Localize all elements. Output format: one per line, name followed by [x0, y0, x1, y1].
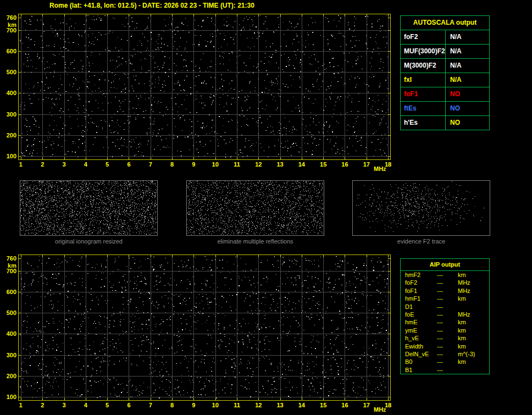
aip-row: foE---MHz — [401, 311, 489, 318]
aip-row: foF2---MHz — [401, 279, 489, 286]
aip-row: B0---km — [401, 358, 489, 366]
x-axis-tick-label: 14 — [295, 402, 308, 408]
autoscala-row: MUF(3000)F2N/A — [401, 45, 489, 59]
x-axis-tick-label: 9 — [187, 161, 200, 168]
autoscala-row: M(3000)F2N/A — [401, 59, 489, 73]
aip-param-unit: km — [458, 334, 489, 342]
autoscala-param-value: N/A — [446, 45, 489, 58]
x-axis-tick-label: 3 — [58, 161, 71, 168]
aip-param-name: DelN_vE — [401, 350, 437, 358]
x-axis-tick-label: 8 — [165, 402, 179, 408]
x-axis-tick-label: 4 — [79, 161, 92, 168]
autoscala-param-label: fxI — [401, 73, 446, 87]
aip-row: B1--- — [401, 366, 489, 374]
aip-param-name: D1 — [401, 303, 437, 311]
aip-param-value: --- — [437, 327, 458, 334]
autoscala-row: foF2N/A — [401, 30, 489, 45]
aip-param-unit: km — [458, 327, 489, 334]
aip-param-name: hmE — [401, 318, 437, 326]
aip-param-value: --- — [437, 366, 458, 374]
aip-param-unit: km — [458, 271, 489, 279]
y-axis-unit: km — [0, 21, 16, 28]
autoscala-window: Rome (lat: +41.8, lon: 012.5) - DATE: 20… — [0, 0, 532, 415]
panel-evidence-f2-canvas — [353, 181, 490, 235]
aip-param-value: --- — [437, 295, 458, 302]
x-axis-unit: MHz — [374, 165, 386, 172]
aip-param-name: hmF2 — [401, 271, 437, 279]
aip-param-name: h_vE — [401, 334, 437, 342]
aip-param-unit — [458, 366, 489, 374]
autoscala-param-label: foF2 — [401, 30, 446, 44]
aip-param-unit: m^(-3) — [458, 350, 489, 358]
autoscala-output-table: AUTOSCALA output foF2N/AMUF(3000)F2N/AM(… — [400, 15, 490, 130]
autoscala-row: h'EsNO — [401, 116, 489, 130]
x-axis-tick-label: 11 — [230, 402, 243, 408]
aip-param-value: --- — [437, 318, 458, 326]
y-axis-tick-label: 600 — [0, 48, 16, 54]
x-axis-tick-label: 2 — [36, 161, 49, 168]
autoscala-param-value: N/A — [446, 30, 489, 44]
y-axis-tick-label: 200 — [0, 132, 16, 139]
aip-row: DelN_vE---m^(-3) — [401, 350, 489, 358]
y-axis-tick-label: 300 — [0, 111, 16, 118]
aip-row: h_vE---km — [401, 334, 489, 342]
x-axis-tick-label: 17 — [360, 161, 373, 168]
y-axis-tick-label: 400 — [0, 330, 16, 337]
aip-param-name: B1 — [401, 366, 437, 374]
aip-row: D1--- — [401, 303, 489, 311]
x-axis-tick-label: 14 — [295, 161, 308, 168]
panel-eliminate-reflections-canvas — [187, 181, 324, 235]
aip-param-name: ymE — [401, 327, 437, 334]
aip-param-name: hmF1 — [401, 295, 437, 302]
panel-original-ionogram-label: original ionogram resized — [20, 238, 158, 245]
autoscala-param-label: foF1 — [401, 87, 446, 101]
aip-row: foF1---MHz — [401, 287, 489, 295]
aip-param-value: --- — [437, 342, 458, 350]
x-axis-tick-label: 10 — [209, 402, 222, 408]
aip-row: ymE---km — [401, 327, 489, 334]
aip-param-unit: km — [458, 358, 489, 366]
x-axis-tick-label: 11 — [230, 161, 243, 168]
x-axis-tick-label: 2 — [36, 402, 49, 408]
aip-output-table: AIP output hmF2---kmfoF2---MHzfoF1---MHz… — [400, 258, 490, 374]
x-axis-tick-label: 4 — [79, 402, 92, 408]
x-axis-tick-label: 16 — [338, 161, 351, 168]
x-axis-tick-label: 3 — [58, 402, 71, 408]
autoscala-param-value: N/A — [446, 59, 489, 73]
x-axis-unit: MHz — [374, 406, 386, 413]
panel-original-ionogram — [20, 180, 158, 236]
x-axis-tick-label: 13 — [274, 161, 287, 168]
autoscala-param-label: ftEs — [401, 102, 446, 115]
autoscala-row: ftEsNO — [401, 102, 489, 116]
x-axis-tick-label: 13 — [274, 402, 287, 408]
panel-evidence-f2-label: evidence F2 trace — [352, 238, 490, 245]
ionogram-plot-bottom — [18, 254, 391, 401]
y-axis-tick-label: 400 — [0, 90, 16, 96]
aip-row: Ewidth---km — [401, 342, 489, 350]
ionogram-canvas-bottom — [19, 255, 390, 400]
aip-param-name: Ewidth — [401, 342, 437, 350]
autoscala-param-value: N/A — [446, 73, 489, 87]
y-axis-tick-label: 600 — [0, 289, 16, 295]
aip-table-title: AIP output — [401, 259, 489, 271]
x-axis-tick-label: 16 — [338, 402, 351, 408]
x-axis-tick-label: 5 — [101, 402, 114, 408]
panel-evidence-f2 — [352, 180, 490, 236]
x-axis-tick-label: 17 — [360, 402, 373, 408]
autoscala-param-label: M(3000)F2 — [401, 59, 446, 73]
panel-eliminate-reflections — [186, 180, 324, 236]
y-axis-tick-label: 200 — [0, 373, 16, 379]
autoscala-param-value: NO — [446, 102, 489, 115]
x-axis-tick-label: 1 — [14, 402, 27, 408]
aip-param-value: --- — [437, 279, 458, 286]
aip-param-unit: km — [458, 342, 489, 350]
y-axis-tick-label: 500 — [0, 309, 16, 316]
autoscala-table-title: AUTOSCALA output — [401, 16, 489, 30]
aip-param-unit: km — [458, 295, 489, 302]
x-axis-tick-label: 7 — [144, 402, 157, 408]
y-axis-unit: km — [0, 262, 16, 269]
x-axis-tick-label: 6 — [122, 402, 135, 408]
aip-param-value: --- — [437, 271, 458, 279]
aip-param-name: foE — [401, 311, 437, 318]
y-axis-tick-label: 760 — [0, 14, 16, 21]
